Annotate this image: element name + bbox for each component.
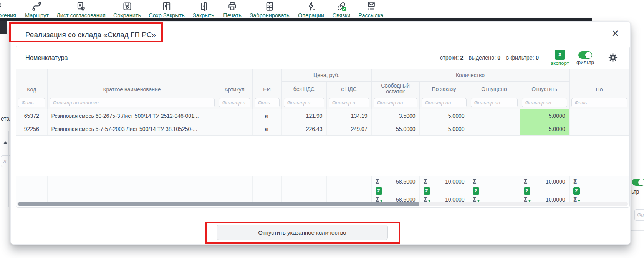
bg-filter-toggle[interactable] [632,179,644,186]
column-header[interactable]: Краткое наименование [47,69,217,96]
cell: 92256 [16,122,47,136]
bg-right-line2 [631,200,644,200]
filter-cell [326,96,371,109]
column-filter-input-10[interactable] [522,98,567,108]
excel-export-icon[interactable]: X [555,50,565,60]
toolbar-item-label: жения [0,12,16,18]
toolbar-item-label: Маршрут [25,12,49,18]
link-check-icon [336,1,347,12]
table-row[interactable]: 92256Резиновая смесь 5-7-57-2003 Лист 50… [16,122,629,136]
column-header[interactable]: Свободный остаток [371,82,419,96]
table-row[interactable]: 65372Резиновая смесь 60-2675-3 Лист 500/… [16,109,629,122]
toolbar-item-label: Связки [333,12,351,18]
sigma-badge-icon[interactable]: Σ [473,187,479,195]
bg-right-line3 [631,230,644,231]
column-filter-input-8[interactable] [422,98,467,108]
window-divider-band [0,18,592,21]
toolbar-item-3[interactable]: Лист согласования [56,1,106,18]
toolbar-item-7[interactable]: Печать [223,1,242,18]
toolbar-item-11[interactable]: Рассылка [358,1,383,18]
column-header[interactable]: Отпустить [520,82,569,96]
sum-badge-cell: Σ [520,187,569,195]
sum-cell [252,176,281,187]
toolbar-item-4[interactable]: Сохранить [113,1,141,18]
toolbar-item-8[interactable]: Забронировать [250,1,290,18]
scrollbar-thumb[interactable] [18,202,419,206]
filter-cell [252,96,281,109]
release-quantity-button[interactable]: Отпустить указанное количество [217,225,388,240]
export-control[interactable]: X экспорт [549,50,571,66]
cell [569,109,629,122]
filter-control[interactable]: фильтр [574,50,596,65]
sum-badge-cell [47,187,217,195]
cell: Резиновая смесь 60-2675-3 Лист 500/14 ТУ… [47,109,217,122]
sum-badge-cell [217,187,252,195]
toolbar-item-10[interactable]: Связки [333,1,351,18]
cell [569,122,629,136]
column-filter-input-3[interactable] [219,98,250,108]
toolbar-item-6[interactable]: Закрыть [193,1,214,18]
column-header[interactable]: ЕИ [252,69,281,96]
nomenclature-table: КодКраткое наименованиеАртикулЕИЦена, ру… [16,69,630,204]
toolbar: женияМаршрутЛист согласованияСохранитьСо… [0,0,644,18]
column-filter-input-6[interactable] [329,98,369,108]
stat-2: выделено: 0 [469,55,501,61]
horizontal-scrollbar[interactable] [17,202,628,206]
sum-cell: Σ10.0000 [520,176,569,187]
sum-cell: Σ10.0000 [419,176,469,187]
filter-cell [217,96,252,109]
sum-badge-cell [326,187,371,195]
sigma-badge-icon[interactable]: Σ [524,187,530,195]
paperclip-icon [0,1,2,12]
gear-icon[interactable] [608,53,618,63]
toolbar-item-5[interactable]: Сохр.Закрыть [149,1,185,18]
column-filter-input-1[interactable] [18,98,45,108]
column-header[interactable]: Отпущено [469,82,520,96]
column-header[interactable]: Код [16,69,47,96]
column-filter-input-5[interactable] [284,98,324,108]
mail-list-icon [366,1,376,12]
cell[interactable]: 5.0000 [520,109,569,122]
cell [217,109,252,122]
route-icon [31,1,42,12]
save-icon [122,1,132,12]
sum-badge-cell: Σ [469,187,520,195]
column-header[interactable]: По [569,69,629,96]
column-filter-input-9[interactable] [471,98,518,108]
column-filter-input-2[interactable] [50,98,215,108]
filter-toggle[interactable] [578,51,592,59]
panel-title: Номенклатура [16,54,68,61]
cell: кг [252,109,281,122]
column-filter-input-7[interactable] [374,98,417,108]
sum-badge-cell: Σ [419,187,469,195]
column-header[interactable]: без НДС [281,82,326,96]
sigma-badge-icon[interactable]: Σ [424,187,430,195]
toolbar-item-9[interactable]: Операции [298,1,324,18]
column-filter-input-4[interactable] [255,98,280,108]
empty-area [16,136,629,176]
toolbar-item-label: Рассылка [358,12,383,18]
column-header[interactable]: Артикул [217,69,252,96]
column-header[interactable]: с НДС [326,82,371,96]
column-filter-input-11[interactable] [571,98,627,108]
close-icon[interactable]: × [609,28,622,38]
filter-cell [520,96,569,109]
sum-badge-cell: Σ [569,187,629,195]
filter-label: фильтр [574,60,596,65]
nomenclature-panel: Номенклатура строки: 2выделено: 0в фильт… [16,46,630,208]
sum-cell [281,176,326,187]
toolbar-item-label: Лист согласования [56,12,106,18]
cell [217,122,252,136]
bg-left-vline [8,131,9,207]
sigma-badge-icon[interactable]: Σ [573,187,580,195]
toggle-knob [638,179,644,185]
cell[interactable]: 5.0000 [520,122,569,136]
toolbar-item-2[interactable]: Маршрут [25,1,49,18]
save-close-icon [161,1,172,12]
toolbar-item-1[interactable]: жения [0,1,16,18]
cell: 3.5000 [371,109,419,122]
cell: 134.19 [326,109,371,122]
column-header[interactable]: По заказу [419,82,469,96]
panel-header: Номенклатура строки: 2выделено: 0в фильт… [16,46,629,69]
sigma-badge-icon[interactable]: Σ [376,187,382,195]
